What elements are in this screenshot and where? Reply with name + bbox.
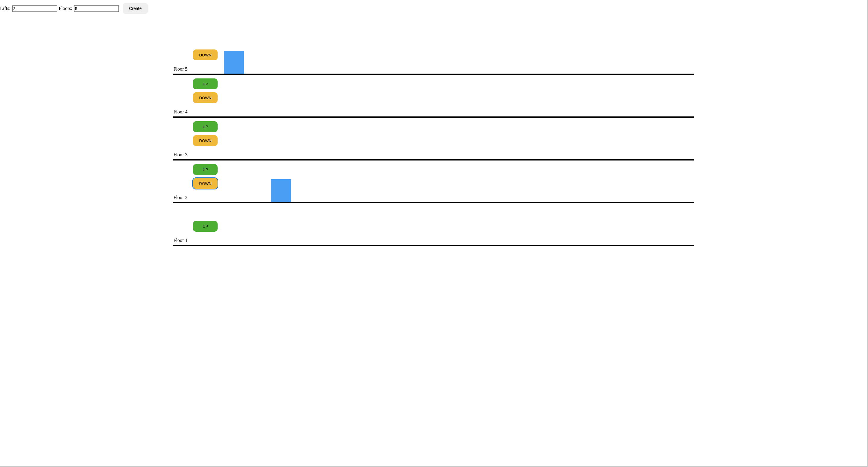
up-button[interactable]: UP	[193, 121, 218, 132]
call-buttons: UPDOWN	[193, 79, 218, 103]
lift-1	[224, 51, 244, 74]
floors-label: Floors:	[59, 6, 72, 11]
call-buttons: UPDOWN	[193, 121, 218, 146]
floors-input[interactable]	[74, 5, 119, 12]
building: Floor 5DOWNFloor 4UPDOWNFloor 3UPDOWNFlo…	[173, 32, 693, 246]
floor-4: Floor 4UPDOWN	[173, 75, 693, 118]
up-button[interactable]: UP	[193, 164, 218, 175]
floor-label: Floor 3	[173, 152, 187, 157]
down-button[interactable]: DOWN	[193, 50, 218, 60]
call-buttons: DOWN	[193, 50, 218, 60]
lifts-input[interactable]	[12, 5, 57, 12]
lift-2	[271, 179, 291, 202]
floor-3: Floor 3UPDOWN	[173, 118, 693, 160]
controls-bar: Lifts: Floors: Create	[0, 0, 867, 14]
down-button[interactable]: DOWN	[193, 178, 218, 189]
floor-label: Floor 4	[173, 109, 187, 115]
floor-1: Floor 1UP	[173, 203, 693, 246]
floor-label: Floor 5	[173, 66, 187, 72]
down-button[interactable]: DOWN	[193, 135, 218, 146]
up-button[interactable]: UP	[193, 221, 218, 232]
up-button[interactable]: UP	[193, 79, 218, 89]
call-buttons: UP	[193, 221, 218, 232]
call-buttons: UPDOWN	[193, 164, 218, 189]
down-button[interactable]: DOWN	[193, 92, 218, 103]
floor-label: Floor 2	[173, 195, 187, 200]
floor-label: Floor 1	[173, 238, 187, 243]
lifts-label: Lifts:	[0, 6, 10, 11]
floor-5: Floor 5DOWN	[173, 32, 693, 75]
create-button[interactable]: Create	[123, 3, 148, 14]
floor-2: Floor 2UPDOWN	[173, 160, 693, 203]
